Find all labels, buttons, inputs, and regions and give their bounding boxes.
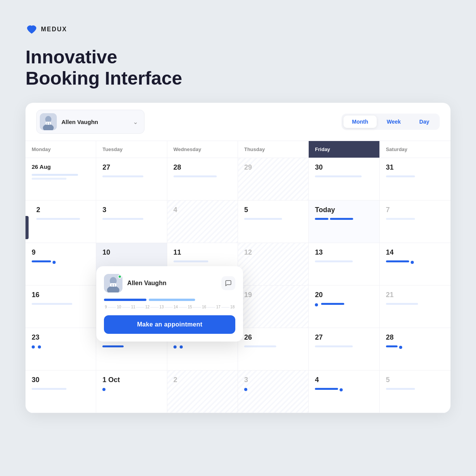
cell-21-r4[interactable]: 21 [380, 286, 450, 328]
events-row-23 [32, 345, 90, 348]
event-bar-placeholder2 [32, 178, 66, 180]
logo-text: MEDUX [41, 26, 67, 33]
cell-today[interactable]: Today [309, 201, 379, 243]
cell-14-r3[interactable]: 14 [380, 243, 450, 286]
make-appointment-button[interactable]: Make an appointment [104, 315, 235, 334]
cell-5-r2[interactable]: 5 [238, 201, 309, 243]
cell-4oct-r6[interactable]: 4 [309, 371, 379, 413]
cell-aug26[interactable]: 26 Aug [26, 158, 96, 201]
header-friday: Friday [309, 141, 379, 158]
cell-30-r1[interactable]: 30 [309, 158, 379, 201]
cell-13-r3[interactable]: 13 [309, 243, 379, 286]
event-bar-placeholder [32, 174, 78, 176]
date-today: Today [315, 206, 373, 214]
event-bar-placeholder [386, 388, 415, 390]
cell-19-r4[interactable]: 19 [238, 286, 309, 328]
cell-2oct-r6[interactable]: 2 [167, 371, 238, 413]
events-row-20 [315, 303, 373, 307]
cell-28-r5[interactable]: 28 [380, 328, 450, 371]
today-bar2 [330, 218, 353, 220]
header-saturday: Saturday [380, 141, 450, 158]
cell-29-r1[interactable]: 29 [238, 158, 309, 201]
event-bar-placeholder [386, 303, 418, 305]
message-icon-button[interactable] [221, 276, 235, 290]
calendar-header: Monday Tuesday Wednesday Thusday Friday … [26, 141, 450, 158]
timeline-bar-light [149, 299, 195, 301]
dot-20 [315, 303, 318, 306]
sidebar-marker [26, 216, 29, 239]
tab-week[interactable]: Week [378, 116, 409, 128]
cell-31-r1[interactable]: 31 [380, 158, 450, 201]
cell-30-r6[interactable]: 30 [26, 371, 96, 413]
events-row-25 [173, 345, 231, 348]
events-row-24 [102, 345, 160, 349]
cell-27-r1[interactable]: 27 [96, 158, 167, 201]
doctor-avatar [40, 113, 57, 130]
date-30-r1: 30 [315, 163, 373, 172]
events-row-28 [386, 345, 444, 349]
chevron-down-icon: ⌄ [133, 118, 138, 126]
events-row-1oct [102, 388, 160, 391]
tab-day[interactable]: Day [411, 116, 438, 128]
cell-7-r2[interactable]: 7 [380, 201, 450, 243]
timeline-bar-blue [104, 299, 146, 301]
tab-month[interactable]: Month [343, 116, 377, 128]
cell-16-r4[interactable]: 16 [26, 286, 96, 328]
event-bar-24 [102, 345, 124, 347]
date-5oct-r6: 5 [386, 376, 444, 384]
cell-2-r2[interactable]: 2 [26, 201, 96, 243]
date-26-r5: 26 [244, 333, 302, 342]
dot-9 [53, 261, 56, 264]
events-row-9 [32, 260, 90, 264]
date-13-r3: 13 [315, 248, 373, 257]
calendar-row-2: 2 3 4 5 Today [26, 201, 450, 243]
cell-3-r2[interactable]: 3 [96, 201, 167, 243]
cell-1oct-r6[interactable]: 1 Oct [96, 371, 167, 413]
doctor-select-dropdown[interactable]: Allen Vaughn ⌄ [36, 110, 144, 134]
event-bar-placeholder [315, 345, 353, 347]
date-23-r5: 23 [32, 333, 90, 342]
cell-26-r5[interactable]: 26 [238, 328, 309, 371]
date-19-r4: 19 [244, 291, 302, 299]
cell-4-r2[interactable]: 4 [167, 201, 238, 243]
cell-10-r3[interactable]: 10 [96, 243, 167, 286]
timeline-ruler: 9 10 11 12 13 14 15 16 17 18 [104, 305, 235, 309]
tick-15: 15 [187, 305, 193, 309]
events-row-3oct [244, 388, 302, 391]
tick-16: 16 [201, 305, 207, 309]
event-bar-14 [386, 260, 409, 262]
calendar-row-1: 26 Aug 27 28 29 30 [26, 158, 450, 201]
date-10-r3: 10 [102, 248, 160, 257]
date-14-r3: 14 [386, 248, 444, 257]
cell-23-r5[interactable]: 23 [26, 328, 96, 371]
view-tabs: Month Week Day [342, 114, 440, 130]
cell-12-r3[interactable]: 12 [238, 243, 309, 286]
cell-27-r5[interactable]: 27 [309, 328, 379, 371]
event-bar-placeholder [315, 175, 361, 177]
header-thursday: Thusday [238, 141, 309, 158]
date-1oct-r6: 1 Oct [102, 376, 160, 384]
date-12-r3: 12 [244, 248, 302, 257]
cell-5oct-r6[interactable]: 5 [380, 371, 450, 413]
popup-doctor-info: Allen Vaughn [104, 274, 166, 292]
calendar-row-6: 30 1 Oct 2 3 [26, 371, 450, 413]
event-bar-28 [386, 345, 398, 347]
date-7-r2: 7 [386, 206, 444, 214]
cell-28-r1[interactable]: 28 [167, 158, 238, 201]
dot-4oct [340, 388, 343, 391]
calendar-grid: Monday Tuesday Wednesday Thusday Friday … [26, 141, 450, 413]
cell-20-r4[interactable]: 20 [309, 286, 379, 328]
timeline-bars [104, 299, 235, 301]
tick-10: 10 [116, 305, 122, 309]
svg-rect-9 [110, 283, 116, 287]
event-bar-placeholder [36, 218, 80, 220]
today-bar1 [315, 218, 328, 220]
doctor-avatar-image [40, 113, 57, 130]
cell-9-r3[interactable]: 9 [26, 243, 96, 286]
date-2oct-r6: 2 [173, 376, 231, 384]
page-wrapper: MEDUX Innovative Booking Interface [26, 23, 450, 413]
cell-3oct-r6[interactable]: 3 [238, 371, 309, 413]
date-4oct-r6: 4 [315, 376, 373, 384]
logo-icon [26, 23, 38, 36]
popup-header: Allen Vaughn [104, 274, 235, 292]
